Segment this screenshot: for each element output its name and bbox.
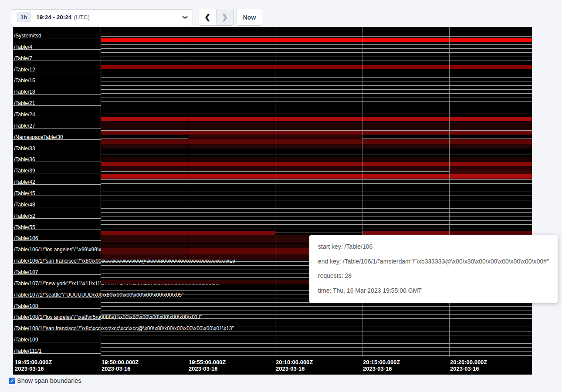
time-toolbar: 1h 19:24 - 20:24 (UTC) ❯ ❮ ❯ Now — [0, 0, 562, 27]
span-boundary-line — [101, 351, 532, 352]
time-range-timezone: (UTC) — [74, 14, 90, 20]
span-boundary-line — [101, 98, 532, 98]
row-label: /Table/108 — [14, 304, 38, 309]
heat-band — [101, 162, 532, 166]
time-gridline — [275, 27, 275, 357]
tooltip-requests: requests: 28 — [318, 269, 549, 284]
span-boundary-line — [101, 89, 532, 90]
span-boundary-line — [101, 151, 532, 151]
row-label: /Table/48 — [14, 202, 35, 208]
x-axis-tick-time: 19:45:00.000Z — [15, 359, 52, 365]
hover-tooltip: start key: /Table/106 end key: /Table/10… — [309, 235, 558, 303]
span-boundary-line — [101, 335, 532, 335]
span-boundary-line — [101, 61, 532, 61]
span-boundary-line — [101, 208, 532, 209]
span-boundary-line — [101, 28, 532, 28]
next-time-button[interactable]: ❯ — [216, 9, 233, 25]
now-button[interactable]: Now — [237, 9, 262, 26]
x-axis-tick-time: 19:50:00.000Z — [102, 359, 139, 365]
span-boundary-line — [101, 73, 532, 73]
span-boundary-line — [101, 311, 532, 311]
span-boundary-line — [101, 196, 532, 196]
row-label: /Table/45 — [14, 191, 35, 196]
key-visualizer-canvas[interactable]: /System/tsd/Table/4/Table/7/Table/12/Tab… — [13, 27, 532, 375]
prev-time-button[interactable]: ❮ — [199, 9, 216, 25]
heat-band — [101, 144, 532, 149]
show-span-boundaries-checkbox[interactable]: ✓ — [9, 378, 15, 384]
heat-band — [101, 254, 309, 260]
x-axis-tick-date: 2023-03-16 — [276, 365, 305, 372]
time-gridline — [101, 27, 101, 357]
span-boundary-line — [101, 110, 532, 110]
row-label: /Table/4 — [14, 44, 32, 50]
time-nav-group: ❮ ❯ — [199, 9, 234, 26]
span-boundary-line — [101, 101, 532, 102]
row-label: /Table/24 — [14, 112, 35, 118]
row-label: /Table/15 — [14, 78, 35, 84]
chevron-down-icon: ❯ — [183, 15, 188, 19]
span-boundary-line — [101, 32, 532, 32]
heat-band — [101, 131, 532, 135]
x-axis-tick-date: 2023-03-16 — [450, 365, 479, 372]
row-label: /System/tsd — [14, 33, 41, 39]
row-label: /NamespaceTable/30 — [14, 135, 63, 140]
x-axis-tick-time: 20:15:00.000Z — [363, 359, 400, 365]
time-range-duration-badge: 1h — [17, 12, 31, 22]
span-boundary-line — [101, 204, 532, 204]
span-boundary-line — [101, 229, 532, 229]
span-boundary-line — [101, 216, 532, 216]
time-range-text: 19:24 - 20:24 — [36, 14, 71, 20]
span-boundary-line — [101, 48, 532, 49]
span-boundary-line — [101, 36, 532, 37]
row-label: /Table/107/1/"seattle"/"UUUUUUD\x00\x80\… — [14, 292, 183, 298]
span-boundary-line — [101, 52, 532, 53]
time-gridline — [188, 27, 188, 357]
span-boundary-line — [101, 114, 532, 114]
row-label: /Table/108/1/"san francisco"/"\x8c\xcc\x… — [14, 326, 234, 331]
row-label: /Table/106 — [14, 236, 38, 241]
span-boundary-line — [101, 183, 532, 184]
span-boundary-line — [101, 188, 532, 188]
tooltip-time: time: Thu, 16 Mar 2023 19:55:00 GMT — [318, 284, 549, 298]
show-span-boundaries-label: Show span boundaries — [17, 377, 81, 384]
span-boundary-line — [101, 106, 532, 106]
x-axis-tick-time: 19:55:00.000Z — [189, 359, 226, 365]
heat-band — [101, 121, 532, 130]
row-label: /Table/12 — [14, 67, 35, 73]
span-boundary-line — [101, 212, 532, 213]
span-boundary-line — [101, 155, 532, 155]
row-label: /Table/42 — [14, 179, 35, 185]
footer-controls: ✓ Show span boundaries — [9, 377, 81, 384]
heat-band — [101, 157, 532, 162]
row-label: /Table/111/1 — [14, 348, 42, 354]
time-gridline — [362, 27, 362, 357]
heat-band — [188, 248, 309, 254]
heat-band — [101, 280, 309, 284]
x-axis-tick-date: 2023-03-16 — [102, 365, 131, 372]
row-label: /Table/55 — [14, 225, 35, 230]
row-label: /Table/21 — [14, 101, 35, 106]
x-axis-tick-date: 2023-03-16 — [15, 365, 44, 372]
span-boundary-line — [101, 57, 532, 57]
row-label: /Table/33 — [14, 146, 35, 152]
x-axis-tick-time: 20:10:00.000Z — [276, 359, 313, 365]
key-visualizer-page: 1h 19:24 - 20:24 (UTC) ❯ ❮ ❯ Now /System… — [0, 0, 562, 392]
heat-band — [449, 231, 532, 235]
span-boundary-line — [101, 179, 532, 180]
time-gridline — [449, 27, 450, 357]
span-boundary-line — [101, 224, 532, 225]
span-boundary-line — [101, 323, 532, 323]
row-label: /Table/7 — [14, 56, 32, 61]
heat-band — [101, 139, 532, 144]
span-boundary-line — [101, 44, 532, 45]
span-boundary-line — [101, 343, 532, 344]
row-label: /Table/52 — [14, 213, 35, 219]
x-axis-tick-date: 2023-03-16 — [363, 365, 392, 372]
span-boundary-line — [101, 93, 532, 94]
row-label: /Table/109 — [14, 337, 38, 343]
span-boundary-line — [101, 347, 532, 348]
row-label: /Table/27 — [14, 123, 35, 129]
x-axis-tick-time: 20:20:00.000Z — [450, 359, 487, 365]
time-range-select[interactable]: 1h 19:24 - 20:24 (UTC) ❯ — [11, 9, 193, 25]
heat-band — [362, 231, 449, 235]
